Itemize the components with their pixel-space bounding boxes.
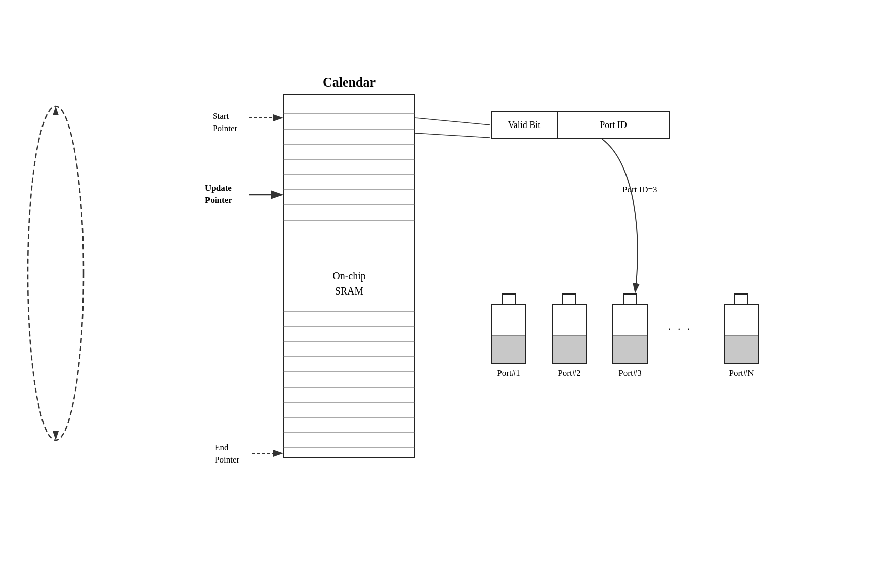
update-pointer-label: Update Pointer — [205, 182, 232, 206]
diagram-container: Calendar On-chip SRAM Start Pointer Upda… — [0, 0, 876, 588]
queue-fill-2 — [553, 335, 586, 363]
end-pointer-label: End Pointer — [215, 442, 239, 466]
queue-body-n — [724, 304, 759, 364]
port-id-equals-label: Port ID=3 — [622, 185, 657, 195]
port-queue-2: Port#2 — [552, 293, 587, 379]
dots-separator: · · · — [668, 323, 692, 336]
svg-point-0 — [28, 106, 84, 440]
svg-line-26 — [415, 118, 490, 125]
cycle-oval — [25, 101, 86, 445]
port-id-cell: Port ID — [558, 112, 669, 138]
calendar-title: Calendar — [283, 75, 415, 90]
queue-tab-1 — [502, 293, 516, 305]
onchip-sram-label: On-chip SRAM — [299, 268, 400, 299]
queue-body-2 — [552, 304, 587, 364]
start-pointer-label: Start Pointer — [213, 110, 237, 135]
port-queue-1: Port#1 — [491, 293, 526, 379]
queue-fill-1 — [492, 335, 525, 363]
queue-body-3 — [612, 304, 648, 364]
queue-tab-2 — [562, 293, 576, 305]
svg-line-27 — [415, 133, 490, 138]
port-queue-n: Port#N — [724, 293, 759, 379]
queue-body-1 — [491, 304, 526, 364]
queue-tab-n — [734, 293, 748, 305]
queue-tab-3 — [623, 293, 637, 305]
port1-label: Port#1 — [497, 368, 520, 379]
svg-marker-2 — [53, 431, 59, 440]
port3-label: Port#3 — [618, 368, 641, 379]
entry-box: Valid Bit Port ID — [491, 111, 670, 139]
queue-fill-3 — [613, 335, 647, 363]
port2-label: Port#2 — [558, 368, 580, 379]
svg-marker-1 — [53, 106, 59, 115]
port-queue-3: Port#3 — [612, 293, 648, 379]
queue-fill-n — [725, 335, 758, 363]
portn-label: Port#N — [729, 368, 754, 379]
valid-bit-cell: Valid Bit — [492, 112, 558, 138]
